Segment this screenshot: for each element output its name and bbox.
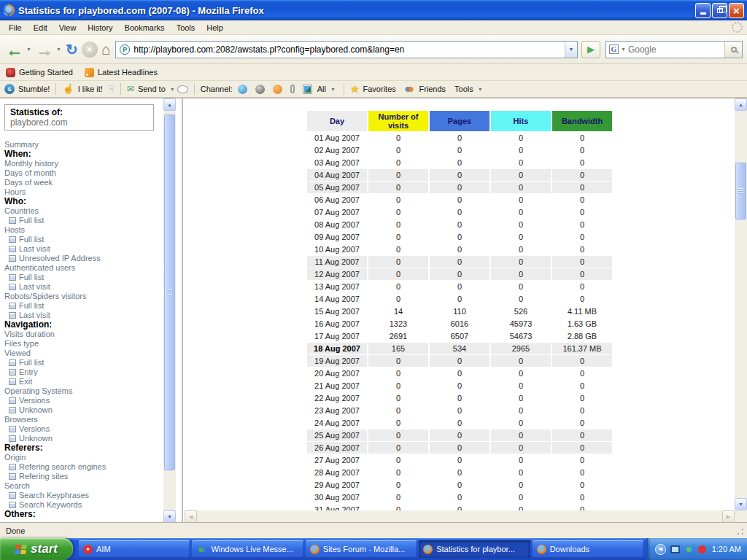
minimize-button[interactable] bbox=[695, 3, 711, 18]
sidebar-item-full-list[interactable]: Full list bbox=[4, 235, 160, 244]
sidebar-item-search[interactable]: Search bbox=[4, 481, 160, 491]
menu-view[interactable]: View bbox=[53, 22, 82, 34]
taskbar-task-sites-forum-mozilla[interactable]: Sites Forum - Mozilla... bbox=[306, 540, 417, 558]
start-button[interactable]: start bbox=[0, 538, 73, 560]
main-horizontal-scrollbar[interactable]: ◀ ▶ bbox=[185, 510, 735, 523]
scrollbar-thumb[interactable] bbox=[164, 114, 175, 470]
thumbs-down-icon[interactable]: ☟ bbox=[109, 84, 115, 94]
menu-bookmarks[interactable]: Bookmarks bbox=[119, 22, 171, 34]
messenger-tray-icon[interactable]: ☻ bbox=[684, 545, 694, 553]
favorites-button[interactable]: ★ Favorites bbox=[350, 83, 396, 95]
attachment-channel-icon[interactable] bbox=[290, 85, 295, 93]
search-submit-button[interactable] bbox=[724, 42, 742, 58]
taskbar-task-windows-live-messe[interactable]: ☻Windows Live Messe... bbox=[192, 540, 303, 558]
column-header-hits[interactable]: Hits bbox=[491, 111, 551, 131]
sidebar-item-full-list[interactable]: Full list bbox=[4, 301, 160, 311]
sidebar-item-browsers[interactable]: Browsers bbox=[4, 415, 160, 424]
sidebar-item-robots-spiders-visitors[interactable]: Robots/Spiders visitors bbox=[4, 292, 160, 301]
like-button[interactable]: ☝ I like it! bbox=[62, 84, 102, 94]
sidebar-item-hours[interactable]: Hours bbox=[4, 187, 160, 197]
friends-button[interactable]: ☻ Friends bbox=[403, 84, 446, 94]
menu-tools[interactable]: Tools bbox=[171, 22, 201, 34]
network-monitor-icon[interactable] bbox=[670, 545, 680, 553]
people-channel-icon[interactable] bbox=[273, 85, 282, 94]
sidebar-item-unknown[interactable]: Unknown bbox=[4, 405, 160, 415]
forward-button[interactable]: → bbox=[34, 39, 55, 61]
scroll-left-icon[interactable]: ◀ bbox=[185, 510, 197, 523]
sidebar-item-hosts[interactable]: Hosts bbox=[4, 225, 160, 235]
sidebar-item-full-list[interactable]: Full list bbox=[4, 358, 160, 368]
sidebar-scrollbar[interactable]: ▲ ▼ bbox=[163, 98, 176, 523]
sidebar-item-origin[interactable]: Origin bbox=[4, 453, 160, 462]
reload-button[interactable]: ↻ bbox=[64, 39, 80, 61]
comment-bubble-icon[interactable] bbox=[177, 85, 188, 93]
sidebar-item-versions[interactable]: Versions bbox=[4, 424, 160, 434]
sidebar-item-versions[interactable]: Versions bbox=[4, 396, 160, 405]
sidebar-item-monthly-history[interactable]: Monthly history bbox=[4, 159, 160, 168]
back-dropdown[interactable]: ▼ bbox=[26, 47, 31, 52]
go-button[interactable]: ▶ bbox=[581, 41, 600, 58]
sidebar-item-viewed[interactable]: Viewed bbox=[4, 349, 160, 358]
sidebar-item-visits-duration[interactable]: Visits duration bbox=[4, 330, 160, 339]
home-button[interactable]: ⌂ bbox=[100, 39, 112, 61]
send-to-button[interactable]: ✉ Send to ▼ bbox=[127, 84, 177, 94]
search-engine-dropdown[interactable]: ▼ bbox=[621, 47, 626, 52]
restore-button[interactable] bbox=[712, 3, 727, 18]
column-header-bandwidth[interactable]: Bandwidth bbox=[552, 111, 612, 131]
scroll-up-icon[interactable]: ▲ bbox=[735, 98, 747, 111]
scroll-down-icon[interactable]: ▼ bbox=[163, 510, 176, 523]
menu-file[interactable]: File bbox=[3, 22, 28, 34]
scroll-up-icon[interactable]: ▲ bbox=[163, 98, 176, 111]
aim-tray-icon[interactable] bbox=[698, 545, 706, 553]
task-label: AIM bbox=[96, 545, 111, 553]
stumble-button[interactable]: S Stumble! bbox=[4, 84, 50, 94]
sidebar-item-authenticated-users[interactable]: Authenticated users bbox=[4, 263, 160, 273]
stop-button[interactable]: × bbox=[80, 39, 99, 61]
search-input[interactable] bbox=[628, 44, 724, 55]
sidebar-item-exit[interactable]: Exit bbox=[4, 377, 160, 386]
forward-dropdown[interactable]: ▼ bbox=[56, 47, 61, 52]
sidebar-label: Unresolved IP Address bbox=[19, 254, 101, 263]
tray-collapse-icon[interactable]: ◀ bbox=[655, 544, 666, 555]
scroll-down-icon[interactable]: ▼ bbox=[735, 498, 747, 510]
sidebar-item-days-of-month[interactable]: Days of month bbox=[4, 168, 160, 178]
globe-channel-icon[interactable] bbox=[238, 85, 247, 94]
menu-help[interactable]: Help bbox=[201, 22, 229, 34]
scrollbar-thumb[interactable] bbox=[735, 163, 746, 219]
menu-edit[interactable]: Edit bbox=[28, 22, 53, 34]
back-button[interactable]: ← bbox=[4, 39, 25, 61]
sidebar-item-refering-sites[interactable]: Refering sites bbox=[4, 472, 160, 481]
taskbar-task-aim[interactable]: ✦AIM bbox=[79, 540, 190, 558]
bookmark-latest-headlines[interactable]: Latest Headlines bbox=[85, 68, 158, 77]
bookmark-getting-started[interactable]: Getting Started bbox=[6, 68, 73, 77]
url-history-dropdown[interactable]: ▼ bbox=[565, 42, 577, 58]
su-tools-button[interactable]: Tools ▼ bbox=[454, 85, 485, 93]
menu-history[interactable]: History bbox=[82, 22, 118, 34]
column-header-day[interactable]: Day bbox=[307, 111, 367, 131]
column-header-pages[interactable]: Pages bbox=[430, 111, 489, 131]
url-input[interactable] bbox=[133, 44, 565, 55]
sidebar-item-unresolved-ip-address[interactable]: Unresolved IP Address bbox=[4, 254, 160, 263]
bandwidth-cell: 0 bbox=[552, 467, 612, 478]
sidebar-item-full-list[interactable]: Full list bbox=[4, 216, 160, 225]
sidebar-item-last-visit[interactable]: Last visit bbox=[4, 244, 160, 254]
video-channel-icon[interactable] bbox=[255, 85, 265, 94]
sidebar-item-countries[interactable]: Countries bbox=[4, 206, 160, 216]
sidebar-item-operating-systems[interactable]: Operating Systems bbox=[4, 386, 160, 396]
photos-channel-icon[interactable] bbox=[303, 85, 312, 94]
sidebar-item-last-visit[interactable]: Last visit bbox=[4, 282, 160, 292]
taskbar-task-statistics-for-playbor[interactable]: Statistics for playbor... bbox=[419, 540, 530, 558]
sidebar-item-files-type[interactable]: Files type bbox=[4, 339, 160, 349]
sidebar-item-entry[interactable]: Entry bbox=[4, 368, 160, 377]
sidebar-item-days-of-week[interactable]: Days of week bbox=[4, 178, 160, 187]
resize-grip[interactable] bbox=[736, 527, 745, 536]
sidebar-item-full-list[interactable]: Full list bbox=[4, 273, 160, 282]
sidebar-item-search-keyphrases[interactable]: Search Keyphrases bbox=[4, 491, 160, 500]
taskbar-task-downloads[interactable]: Downloads bbox=[533, 540, 643, 558]
close-button[interactable]: × bbox=[729, 3, 744, 18]
main-vertical-scrollbar[interactable]: ▲ ▼ bbox=[735, 98, 747, 510]
column-header-number-of-visits[interactable]: Number of visits bbox=[368, 111, 428, 131]
sidebar-item-refering-search-engines[interactable]: Refering search engines bbox=[4, 462, 160, 472]
channel-all-button[interactable]: All ▼ bbox=[317, 85, 338, 93]
scroll-right-icon[interactable]: ▶ bbox=[722, 510, 735, 523]
